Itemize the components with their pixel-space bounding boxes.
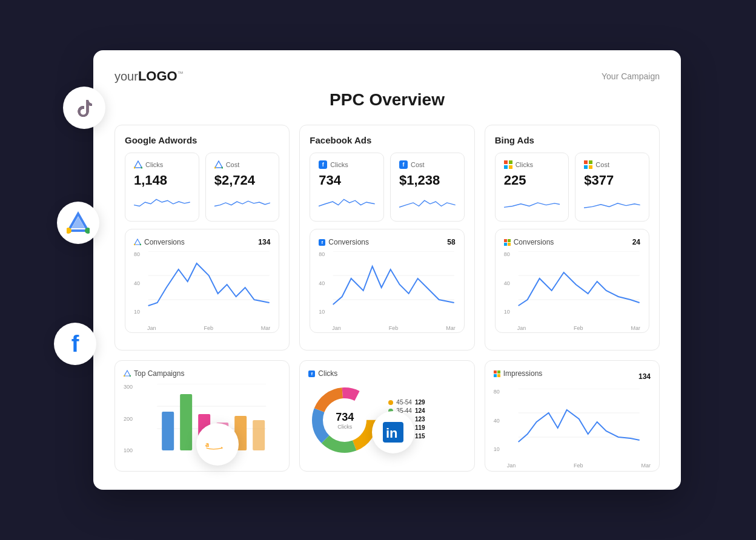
svg-rect-27 [584,160,588,164]
bing-imp-x-jan: Jan [507,463,516,469]
bing-x-feb: Feb [574,325,583,331]
bing-clicks-label: Clicks [516,161,533,168]
facebook-section: Facebook Ads f Clicks 734 [299,125,474,351]
svg-rect-44 [162,412,174,450]
google-conversions-panel: Conversions 134 80 40 10 [125,229,279,333]
google-clicks-card: Clicks 1,148 [125,153,199,222]
google-ads-icon-cost [214,160,223,169]
svg-rect-31 [504,239,507,242]
facebook-icon-clicks: f [319,160,327,169]
google-cost-label: Cost [226,161,240,168]
google-clicks-value: 1,148 [134,173,190,188]
google-campaigns-icon [124,370,131,377]
facebook-clicks-card: f Clicks 734 [310,153,384,222]
svg-marker-14 [134,239,141,245]
google-clicks-sparkline [134,193,190,211]
bing-impressions-count: 134 [638,372,651,381]
bing-cost-value: $377 [584,173,640,188]
bing-section: Bing Ads Clicks 225 [485,125,660,351]
page-title: PPC Overview [114,90,660,110]
facebook-cost-value: $1,238 [399,173,456,188]
facebook-conv-title: f Conversions [319,238,369,246]
facebook-clicks-sparkline [319,193,375,211]
google-cost-value: $2,724 [214,173,271,188]
campaign-label: Your Campaign [602,71,660,81]
bing-cost-sparkline [584,193,640,211]
dashboard-header: yourLOGO™ Your Campaign [114,68,660,84]
bing-x-jan: Jan [517,325,526,331]
bing-cost-header: Cost [584,160,640,169]
bing-section-title: Bing Ads [495,135,649,145]
google-ads-float-icon [57,202,99,244]
bing-x-mar: Mar [631,325,641,331]
legend-item-45-54: 45-54 129 [388,399,425,406]
bing-imp-y-40: 40 [494,418,500,424]
svg-marker-11 [215,161,222,168]
bing-clicks-value: 225 [504,173,560,188]
svg-rect-26 [509,165,512,169]
svg-rect-33 [504,243,507,246]
legend-count-55-64: 115 [415,433,425,440]
facebook-cost-sparkline [399,193,456,211]
google-conv-title: Conversions [134,238,185,246]
google-y-40: 40 [134,280,140,286]
bing-impressions-svg-wrap [507,389,651,461]
bing-icon-clicks [504,160,512,169]
bing-conv-chart: 80 40 10 [504,251,640,324]
facebook-x-feb: Feb [389,325,399,331]
svg-rect-45 [180,394,192,450]
facebook-y-labels: 80 40 10 [319,251,325,324]
bing-metric-cards: Clicks 225 [495,153,649,222]
bing-clicks-header: Clicks [504,160,560,169]
bing-imp-y-80: 80 [494,389,500,395]
bing-impressions-panel: Impressions 134 80 40 10 [485,360,660,472]
bing-imp-x-mar: Mar [642,463,651,469]
google-x-mar: Mar [261,325,271,331]
bing-imp-x-feb: Feb [574,463,583,469]
bing-icon-cost [584,160,592,169]
svg-rect-57 [497,370,500,374]
bing-conv-header: Conversions 24 [504,238,640,246]
bing-conv-count: 24 [632,238,640,246]
google-metric-cards: Clicks 1,148 [125,153,279,222]
google-clicks-label: Clicks [145,161,163,168]
facebook-conv-count: 58 [447,238,455,246]
google-x-jan: Jan [147,325,156,331]
google-conv-svg [147,251,270,315]
svg-rect-56 [494,370,497,374]
bing-conv-label: Conversions [514,238,554,246]
svg-rect-24 [509,160,512,164]
legend-count-18-24: 119 [415,424,425,431]
bing-impressions-icon [494,370,500,377]
legend-dot-45-54 [388,400,393,405]
facebook-conv-label: Conversions [328,238,369,246]
svg-text:in: in [386,426,398,441]
bing-conversions-panel: Conversions 24 80 40 10 [495,229,649,333]
google-x-feb: Feb [204,325,213,331]
svg-rect-32 [508,239,511,242]
google-conv-count: 134 [258,238,270,246]
bing-clicks-card: Clicks 225 [495,153,569,222]
facebook-y-80: 80 [319,251,325,257]
facebook-clicks-header: f Clicks [319,160,375,169]
legend-label-45-54: 45-54 [396,399,412,406]
bing-clicks-sparkline [504,193,560,211]
linkedin-float-icon: in [372,411,414,453]
bar-y-100: 100 [124,447,133,453]
facebook-clicks-label: Clicks [330,161,348,168]
facebook-y-40: 40 [319,280,325,286]
bing-conv-svg [517,251,640,315]
donut-center-text: 734 Clicks [336,411,354,430]
svg-marker-8 [134,161,142,168]
svg-rect-28 [589,160,592,164]
bing-y-40: 40 [504,280,510,286]
bing-impressions-x-labels: Jan Feb Mar [507,463,651,469]
logo-prefix: your [114,70,138,83]
bing-conv-svg-wrap [517,251,640,324]
facebook-clicks-label: Clicks [318,369,337,378]
legend-count-65plus: 123 [415,416,425,423]
google-conv-header: Conversions 134 [134,238,270,246]
google-y-80: 80 [134,251,140,257]
google-conv-svg-wrap [147,251,270,324]
svg-rect-25 [504,165,508,169]
